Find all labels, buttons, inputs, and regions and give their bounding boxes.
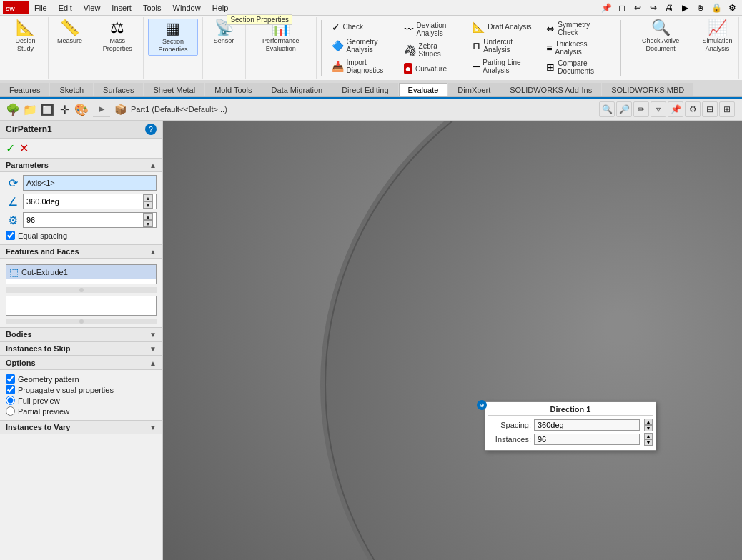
vt-collapse[interactable]: ⊟: [702, 101, 718, 117]
parameters-section-header[interactable]: Parameters ▲: [0, 158, 162, 172]
vt-settings[interactable]: ⚙: [685, 101, 701, 117]
menu-tools[interactable]: Tools: [137, 2, 167, 14]
panel-help-button[interactable]: ?: [145, 124, 157, 135]
tree-view-icon-2[interactable]: 📁: [23, 102, 37, 116]
thickness-analysis-button[interactable]: ≡ Thickness Analysis: [543, 39, 613, 56]
curvature-button[interactable]: ● Curvature: [401, 62, 465, 75]
vt-search[interactable]: 🔍: [599, 101, 615, 117]
menu-help[interactable]: Help: [207, 2, 234, 14]
design-study-button[interactable]: 📐 Design Study: [7, 19, 44, 54]
tab-sheet-metal[interactable]: Sheet Metal: [144, 83, 204, 96]
tab-direct-editing[interactable]: Direct Editing: [332, 83, 397, 96]
svg-text:SW: SW: [6, 6, 15, 12]
full-preview-radio[interactable]: [6, 396, 15, 405]
vt-pencil[interactable]: ✏: [633, 101, 649, 117]
tab-sketch[interactable]: Sketch: [50, 83, 93, 96]
angle-down[interactable]: ▼: [143, 201, 153, 209]
angle-value[interactable]: [26, 197, 122, 206]
propagate-visual-checkbox[interactable]: [6, 385, 15, 394]
instances-up[interactable]: ▲: [143, 213, 153, 220]
equal-spacing-checkbox[interactable]: [6, 231, 15, 240]
tree-expand-arrow[interactable]: ▶: [93, 101, 110, 117]
tab-evaluate[interactable]: Evaluate: [399, 83, 448, 96]
menu-window[interactable]: Window: [167, 2, 207, 14]
tree-view-icon-3[interactable]: 🔲: [40, 102, 54, 116]
geometry-pattern-label[interactable]: Geometry pattern: [18, 375, 79, 384]
tab-sw-mbd[interactable]: SOLIDWORKS MBD: [602, 83, 693, 96]
vt-filter[interactable]: ▿: [651, 101, 666, 117]
instances-vary-section-header[interactable]: Instances to Vary ▼: [0, 420, 162, 434]
spacing-up[interactable]: ▲: [644, 419, 653, 425]
instances-down[interactable]: ▼: [143, 220, 153, 227]
check-button[interactable]: ✓ Check: [329, 21, 395, 34]
instances-popup-down[interactable]: ▼: [644, 439, 653, 446]
tab-dimxpert[interactable]: DimXpert: [448, 83, 500, 96]
symmetry-check-button[interactable]: ⇔ Symmetry Check: [543, 20, 613, 37]
compare-docs-button[interactable]: ⊞ Compare Documents: [543, 59, 613, 76]
axis-input[interactable]: [23, 175, 157, 191]
features-list-box-1[interactable]: ⬚ Cut-Extrude1: [6, 264, 157, 284]
geometry-analysis-button[interactable]: 🔷 Geometry Analysis: [329, 37, 395, 54]
quick-icon-5[interactable]: ▶: [678, 1, 692, 15]
section-props-button[interactable]: ▦ Section Properties: [148, 19, 197, 56]
feature-item-cut-extrude[interactable]: ⬚ Cut-Extrude1: [6, 265, 156, 279]
zebra-stripes-button[interactable]: 🦓 Zebra Stripes: [401, 41, 465, 59]
deviation-analysis-button[interactable]: 〰 Deviation Analysis: [401, 21, 465, 38]
quick-icon-1[interactable]: ◻: [615, 1, 629, 15]
geometry-pattern-checkbox[interactable]: [6, 374, 15, 384]
perf-eval-button[interactable]: 📊 Performance Evaluation: [250, 19, 312, 54]
vt-zoom[interactable]: 🔎: [616, 101, 632, 117]
tab-sw-addins[interactable]: SOLIDWORKS Add-Ins: [500, 83, 601, 96]
tree-view-icon-4[interactable]: ✛: [57, 102, 71, 116]
measure-button[interactable]: 📏 Measure: [54, 19, 85, 46]
parting-line-button[interactable]: ─ Parting Line Analysis: [470, 58, 538, 75]
vt-pin[interactable]: 📌: [668, 101, 683, 117]
accept-button[interactable]: ✓: [6, 141, 15, 155]
angle-up[interactable]: ▲: [143, 194, 153, 201]
propagate-visual-label[interactable]: Propagate visual properties: [18, 386, 114, 394]
full-preview-label[interactable]: Full preview: [18, 396, 60, 405]
menu-edit[interactable]: Edit: [53, 2, 78, 14]
spacing-input[interactable]: [534, 419, 640, 431]
spacing-down[interactable]: ▼: [644, 425, 653, 431]
import-diagnostics-button[interactable]: 📥 Import Diagnostics: [329, 58, 395, 75]
tree-view-icon-5[interactable]: 🎨: [74, 102, 89, 116]
tab-features[interactable]: Features: [0, 83, 49, 96]
instances-popup-input[interactable]: [534, 434, 640, 445]
bodies-section-header[interactable]: Bodies ▼: [0, 327, 162, 341]
partial-preview-label[interactable]: Partial preview: [18, 407, 69, 416]
equal-spacing-label[interactable]: Equal spacing: [18, 231, 67, 240]
vt-expand[interactable]: ⊞: [719, 101, 735, 117]
instances-value[interactable]: [26, 216, 122, 224]
viewport[interactable]: ⊕ Direction 1 Spacing: ▲ ▼ Instances: ▲ …: [163, 121, 742, 560]
undercut-analysis-button[interactable]: ⊓ Undercut Analysis: [470, 37, 538, 54]
menu-insert[interactable]: Insert: [106, 2, 137, 14]
tree-view-icon-1[interactable]: 🌳: [6, 102, 20, 116]
tab-surfaces[interactable]: Surfaces: [94, 83, 143, 96]
instances-skip-section-header[interactable]: Instances to Skip ▼: [0, 341, 162, 356]
features-list-box-2[interactable]: [6, 296, 157, 316]
menu-view[interactable]: View: [78, 2, 107, 14]
quick-icon-6[interactable]: 🖱: [693, 1, 708, 15]
sensor-button[interactable]: 📡 Sensor: [208, 19, 239, 46]
quick-icon-4[interactable]: 🖨: [662, 1, 676, 15]
partial-preview-radio[interactable]: [6, 406, 15, 416]
menu-file[interactable]: File: [29, 2, 53, 14]
instances-spinner[interactable]: ▲ ▼: [23, 212, 157, 228]
mass-props-button[interactable]: ⚖ Mass Properties: [96, 19, 139, 54]
angle-spinner[interactable]: ▲ ▼: [23, 194, 157, 209]
settings-icon[interactable]: ⚙: [725, 1, 739, 15]
tab-data-migration[interactable]: Data Migration: [262, 83, 332, 96]
pin-icon[interactable]: 📌: [599, 1, 613, 15]
check-active-button[interactable]: 🔍 Check Active Document: [630, 19, 691, 54]
quick-icon-3[interactable]: ↪: [646, 1, 661, 15]
instances-popup-up[interactable]: ▲: [644, 433, 653, 439]
draft-analysis-button[interactable]: 📐 Draft Analysis: [470, 21, 538, 34]
options-section-header[interactable]: Options ▲: [0, 356, 162, 370]
features-faces-section-header[interactable]: Features and Faces ▲: [0, 244, 162, 259]
simulation-button[interactable]: 📈 SimulationAnalysis: [699, 19, 735, 54]
quick-icon-7[interactable]: 🔒: [709, 1, 723, 15]
tab-mold-tools[interactable]: Mold Tools: [205, 83, 261, 96]
quick-icon-2[interactable]: ↩: [630, 1, 645, 15]
cancel-button[interactable]: ✕: [19, 141, 29, 155]
